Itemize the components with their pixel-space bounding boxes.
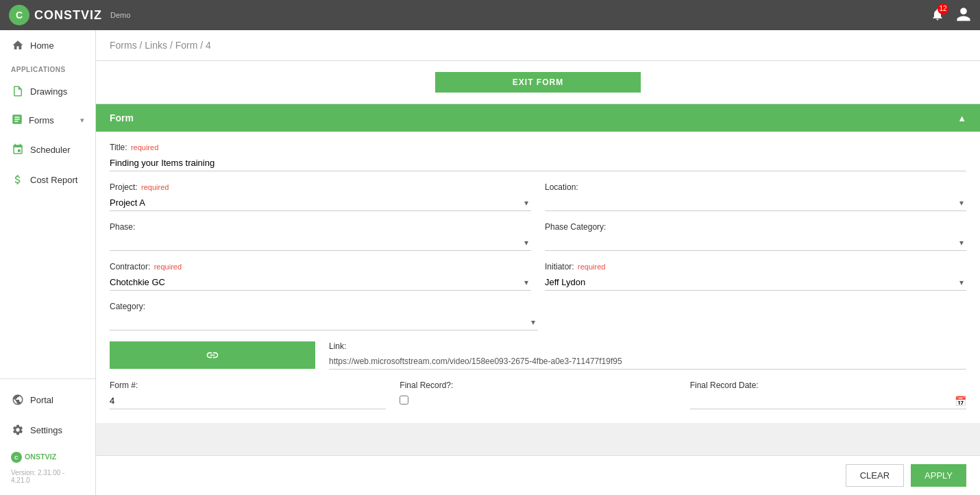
drawings-icon xyxy=(11,84,25,98)
link-row: Link: https://web.microsoftstream.com/vi… xyxy=(110,341,966,370)
content-area: Forms / Links / Form / 4 EXIT FORM Form … xyxy=(96,30,980,495)
form-section-title: Form xyxy=(110,112,134,123)
link-icon xyxy=(206,348,219,362)
initiator-select[interactable]: Jeff Lydon xyxy=(545,274,966,290)
final-record-checkbox[interactable] xyxy=(400,396,408,405)
category-select-wrapper: ▾ xyxy=(110,314,538,330)
form-section-collapse-icon: ▲ xyxy=(957,113,966,123)
phase-label: Phase: xyxy=(110,222,531,232)
user-avatar[interactable] xyxy=(955,6,972,25)
title-required: required xyxy=(131,143,158,152)
drawings-label: Drawings xyxy=(30,86,67,97)
initiator-label: Initiator: required xyxy=(545,262,966,271)
sidebar-item-drawings[interactable]: Drawings xyxy=(0,76,95,106)
final-record-date-field: Final Record Date: 📅 xyxy=(690,381,966,409)
phase-category-select-wrapper: ▾ xyxy=(545,234,966,251)
location-label: Location: xyxy=(545,182,966,192)
breadcrumb: Forms / Links / Form / 4 xyxy=(96,30,980,61)
clear-button[interactable]: CLEAR xyxy=(846,464,904,487)
top-navigation: C CONSTVIZ Demo 12 xyxy=(0,0,980,30)
phase-field: Phase: ▾ xyxy=(110,222,531,251)
title-field-container: Title: required xyxy=(110,143,966,171)
category-select[interactable] xyxy=(110,314,538,330)
initiator-field: Initiator: required Jeff Lydon ▾ xyxy=(545,262,966,291)
applications-section-label: APPLICATIONS xyxy=(0,60,95,76)
apply-button[interactable]: APPLY xyxy=(911,464,966,487)
project-required: required xyxy=(141,183,169,191)
sidebar-item-cost-report[interactable]: Cost Report xyxy=(0,165,95,195)
contractor-initiator-row: Contractor: required Chotchkie GC ▾ xyxy=(110,262,966,291)
svg-text:ONSTVIZ: ONSTVIZ xyxy=(25,452,57,461)
calendar-icon[interactable]: 📅 xyxy=(955,396,966,407)
form-section: Form ▲ Title: required xyxy=(96,104,980,423)
date-input-wrapper: 📅 xyxy=(690,393,966,409)
exit-form-bar: EXIT FORM xyxy=(96,61,980,104)
phase-category-field: Phase Category: ▾ xyxy=(545,222,966,251)
contractor-select-wrapper: Chotchkie GC ▾ xyxy=(110,274,531,291)
settings-icon xyxy=(11,423,25,437)
phase-select-wrapper: ▾ xyxy=(110,234,531,251)
project-field: Project: required Project A ▾ xyxy=(110,182,531,211)
project-select-wrapper: Project A ▾ xyxy=(110,195,531,211)
home-label: Home xyxy=(30,40,54,51)
portal-icon xyxy=(11,393,25,407)
phase-select[interactable] xyxy=(110,234,531,250)
category-label: Category: xyxy=(110,302,538,311)
home-icon xyxy=(11,38,25,52)
notification-count: 12 xyxy=(938,3,948,14)
link-value: https://web.microsoftstream.com/video/15… xyxy=(329,354,966,370)
portal-label: Portal xyxy=(30,395,53,405)
phase-category-select[interactable] xyxy=(545,234,966,250)
cost-report-icon xyxy=(11,173,25,186)
notification-button[interactable]: 12 xyxy=(931,8,944,23)
forms-label: Forms xyxy=(29,115,54,125)
svg-text:C: C xyxy=(14,455,19,461)
sidebar-item-portal[interactable]: Portal xyxy=(0,385,95,415)
scheduler-label: Scheduler xyxy=(30,145,71,155)
sidebar-item-forms[interactable]: Forms ▾ xyxy=(0,106,95,134)
settings-label: Settings xyxy=(30,425,62,435)
initiator-required: required xyxy=(578,263,605,271)
initiator-select-wrapper: Jeff Lydon ▾ xyxy=(545,274,966,291)
footer-bar: CLEAR APPLY xyxy=(96,455,980,495)
contractor-required: required xyxy=(154,263,182,271)
form-number-input[interactable] xyxy=(110,393,386,409)
contractor-select[interactable]: Chotchkie GC xyxy=(110,274,531,290)
project-select[interactable]: Project A xyxy=(110,195,531,210)
bottom-fields-row: Form #: Final Record?: Final Record Date… xyxy=(110,381,966,409)
user-icon xyxy=(955,6,972,23)
sidebar: Home APPLICATIONS Drawings Forms ▾ xyxy=(0,30,96,495)
final-record-date-label: Final Record Date: xyxy=(690,381,966,390)
form-section-header[interactable]: Form ▲ xyxy=(96,104,980,132)
sidebar-bottom: Portal Settings C ONSTVIZ Version: 2.31.… xyxy=(0,378,95,495)
category-field-container: Category: ▾ xyxy=(110,302,538,330)
sidebar-item-settings[interactable]: Settings xyxy=(0,415,95,445)
sidebar-logo-bottom: C ONSTVIZ xyxy=(0,445,95,469)
topnav-icons: 12 xyxy=(931,6,972,25)
form-number-field: Form #: xyxy=(110,381,386,409)
final-record-checkbox-wrapper xyxy=(400,396,676,405)
logo-name: CONSTVIZ xyxy=(34,8,102,23)
phase-category-label: Phase Category: xyxy=(545,222,966,232)
title-label: Title: required xyxy=(110,143,966,152)
demo-label: Demo xyxy=(110,11,130,19)
logo-icon: C xyxy=(8,4,30,26)
sidebar-item-scheduler[interactable]: Scheduler xyxy=(0,134,95,165)
final-record-label: Final Record?: xyxy=(400,381,676,390)
project-label: Project: required xyxy=(110,182,531,192)
contractor-label: Contractor: required xyxy=(110,262,531,271)
exit-form-button[interactable]: EXIT FORM xyxy=(435,72,641,93)
sidebar-item-home[interactable]: Home xyxy=(0,30,95,60)
location-select[interactable] xyxy=(545,195,966,210)
form-number-label: Form #: xyxy=(110,381,386,390)
forms-icon xyxy=(11,113,23,128)
link-button[interactable] xyxy=(110,341,315,369)
link-field-wrapper: Link: https://web.microsoftstream.com/vi… xyxy=(329,341,966,370)
title-input[interactable] xyxy=(110,155,966,171)
location-field: Location: ▾ xyxy=(545,182,966,211)
project-location-row: Project: required Project A ▾ L xyxy=(110,182,966,211)
final-record-date-input[interactable] xyxy=(690,393,955,409)
scheduler-icon xyxy=(11,143,25,156)
logo: C CONSTVIZ Demo xyxy=(8,4,130,26)
form-section-body: Title: required Project: required xyxy=(96,132,980,423)
